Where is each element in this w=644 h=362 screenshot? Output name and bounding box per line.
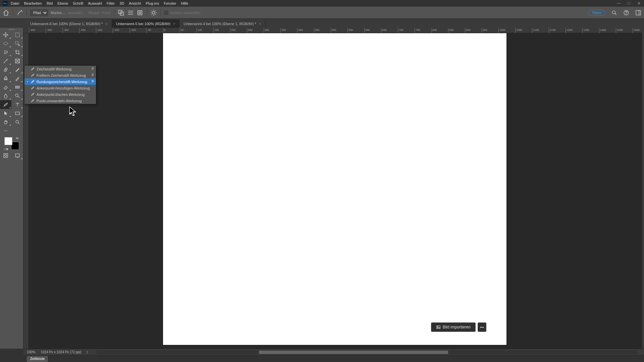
menu-bild[interactable]: Bild: [47, 1, 53, 5]
quickmask-tool[interactable]: [0, 151, 11, 160]
status-arrow[interactable]: ⟩: [87, 350, 88, 354]
svg-rect-21: [15, 154, 19, 157]
flyout-item-1[interactable]: Freiform-Zeichenstift-Werkzeug P: [24, 72, 96, 78]
menu-3d[interactable]: 3D: [119, 1, 124, 5]
hand-tool[interactable]: [0, 118, 11, 126]
menu-bearbeiten[interactable]: Bearbeiten: [24, 1, 42, 5]
search-icon[interactable]: [611, 10, 617, 16]
menu-filter[interactable]: Filter: [107, 1, 115, 5]
svg-rect-2: [138, 10, 142, 15]
toolbox: ⇆ ◻◼: [0, 28, 23, 349]
zoom-level[interactable]: 100%: [27, 350, 36, 354]
help-icon[interactable]: [623, 10, 629, 16]
dodge-tool[interactable]: [12, 92, 23, 100]
right-panel-strip[interactable]: [642, 28, 644, 349]
svg-rect-6: [636, 10, 641, 15]
doc-tab-label: Unbenannt-4 bei 100% (Ebene 1, RGB/8#) *: [183, 22, 256, 26]
form-button: Form: [102, 11, 111, 15]
flyout-item-3[interactable]: Ankerpunkt-hinzufügen-Werkzeug: [24, 85, 96, 91]
options-bar: Pfad Markie… Auswahl… Maske Form Kanten …: [0, 7, 644, 19]
rectangle-tool[interactable]: [12, 109, 23, 118]
horizontal-scrollbar[interactable]: [97, 350, 637, 354]
window-close-button[interactable]: ✕: [637, 1, 641, 6]
default-colors-icon[interactable]: ◻◼: [4, 147, 8, 150]
doc-tab-0[interactable]: Unbenannt-6 bei 100% (Ebene 1, RGB/8#) *…: [26, 19, 112, 28]
doc-tab-label: Unbenannt-5 bei 100% (RGB/8#): [116, 22, 170, 26]
zoom-tool[interactable]: [12, 118, 23, 126]
canvas-stage[interactable]: Bild importieren •••: [29, 33, 644, 349]
flyout-item-5[interactable]: Punkt-umwandeln-Werkzeug: [24, 98, 96, 104]
type-tool[interactable]: [12, 100, 23, 109]
gear-icon[interactable]: [150, 9, 157, 16]
flyout-item-2[interactable]: • Rundungszeichenstift-Werkzeug P: [24, 78, 96, 85]
eyedropper-tool[interactable]: [0, 57, 11, 65]
svg-point-16: [4, 130, 5, 131]
document-canvas[interactable]: [163, 33, 506, 345]
import-more-button[interactable]: •••: [478, 322, 486, 332]
kanten-checkbox[interactable]: [164, 11, 168, 15]
path-op-icon-1[interactable]: [118, 9, 124, 16]
move-tool[interactable]: [0, 31, 11, 39]
share-button[interactable]: Teilen: [588, 10, 605, 16]
eraser-tool[interactable]: [0, 83, 11, 92]
edit-toolbar[interactable]: [0, 126, 11, 135]
import-label: Bild importieren: [443, 325, 471, 329]
brush-tool[interactable]: [12, 65, 23, 74]
app-logo: Ps: [3, 1, 7, 6]
foreground-color[interactable]: [4, 137, 12, 145]
pen-tool[interactable]: [0, 100, 11, 109]
tool-preset-icon[interactable]: [16, 9, 23, 16]
svg-point-4: [612, 11, 615, 14]
svg-point-8: [4, 42, 8, 45]
path-align-icon[interactable]: [127, 9, 134, 16]
window-minimize-button[interactable]: —: [616, 1, 621, 6]
menu-fenster[interactable]: Fenster: [164, 1, 176, 5]
healing-tool[interactable]: [0, 65, 11, 74]
workspace-icon[interactable]: [635, 10, 641, 16]
import-box: Bild importieren •••: [431, 322, 486, 332]
menu-ansicht[interactable]: Ansicht: [129, 1, 141, 5]
marquee-tool[interactable]: [0, 39, 11, 48]
svg-point-13: [15, 94, 18, 97]
menu-ebene[interactable]: Ebene: [57, 1, 68, 5]
artboard-tool[interactable]: [12, 31, 23, 39]
home-icon[interactable]: [3, 9, 9, 16]
history-brush-tool[interactable]: [12, 74, 23, 83]
menu-hilfe[interactable]: Hilfe: [181, 1, 188, 5]
path-arrange-icon[interactable]: [137, 9, 143, 16]
gradient-tool[interactable]: [12, 83, 23, 92]
ruler-horizontal[interactable]: -400-350-300-250-200-150-100-50050100150…: [29, 28, 644, 33]
close-icon[interactable]: ×: [105, 22, 107, 26]
document-dims[interactable]: 1024 Px x 1024 Px (72 ppi): [41, 350, 82, 354]
crop-tool[interactable]: [12, 48, 23, 57]
menu-datei[interactable]: Datei: [11, 1, 19, 5]
color-swatch[interactable]: ⇆ ◻◼: [4, 137, 19, 150]
close-icon[interactable]: ×: [173, 22, 175, 26]
menu-plugins[interactable]: Plug-ins: [146, 1, 159, 5]
markie-button[interactable]: Markie…: [51, 11, 65, 15]
blur-tool[interactable]: [0, 92, 11, 100]
object-select-tool[interactable]: [12, 39, 23, 48]
flyout-item-4[interactable]: Ankerpunkt-löschen-Werkzeug: [24, 91, 96, 98]
doc-tab-1[interactable]: Unbenannt-5 bei 100% (RGB/8#)×: [112, 19, 179, 28]
timeline-tab[interactable]: Zeitleiste: [27, 356, 48, 362]
menu-schrift[interactable]: Schrift: [73, 1, 83, 5]
path-select-tool[interactable]: [0, 109, 11, 118]
status-bar: 100% 1024 Px x 1024 Px (72 ppi) ⟩: [23, 349, 644, 355]
titlebar: Ps Datei Bearbeiten Bild Ebene Schrift A…: [0, 0, 644, 7]
doc-tab-2[interactable]: Unbenannt-4 bei 100% (Ebene 1, RGB/8#) *…: [179, 19, 265, 28]
frame-tool[interactable]: [12, 57, 23, 65]
import-image-button[interactable]: Bild importieren: [431, 322, 476, 332]
mode-select[interactable]: Pfad: [30, 9, 48, 16]
swap-colors-icon[interactable]: ⇆: [16, 136, 18, 140]
main-menu: Datei Bearbeiten Bild Ebene Schrift Ausw…: [11, 1, 188, 5]
flyout-item-0[interactable]: Zeichenstift-Werkzeug P: [24, 66, 96, 72]
svg-rect-7: [15, 33, 19, 37]
stamp-tool[interactable]: [0, 74, 11, 83]
lasso-tool[interactable]: [0, 48, 11, 57]
window-controls: — □ ✕: [616, 1, 641, 6]
menu-auswahl[interactable]: Auswahl: [88, 1, 102, 5]
screenmode-tool[interactable]: [12, 151, 23, 160]
window-maximize-button[interactable]: □: [627, 1, 631, 6]
close-icon[interactable]: ×: [259, 22, 261, 26]
